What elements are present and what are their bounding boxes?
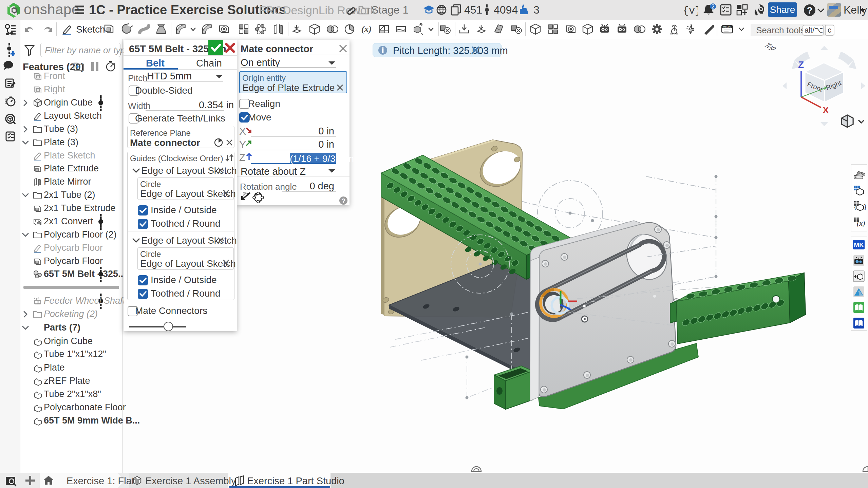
svg-text:MK: MK [854,241,864,248]
svg-text:X: X [823,105,829,115]
svg-text:}: } [864,203,866,210]
svg-text:(x): (x) [857,219,865,227]
svg-text:Top: Top [761,42,780,51]
svg-text:?: ? [807,5,813,16]
svg-text:{: { [854,203,856,210]
svg-text:{v}: {v} [683,5,698,16]
svg-text:?: ? [341,197,345,205]
svg-text:2: 2 [711,3,714,10]
svg-text:Z: Z [798,59,804,70]
